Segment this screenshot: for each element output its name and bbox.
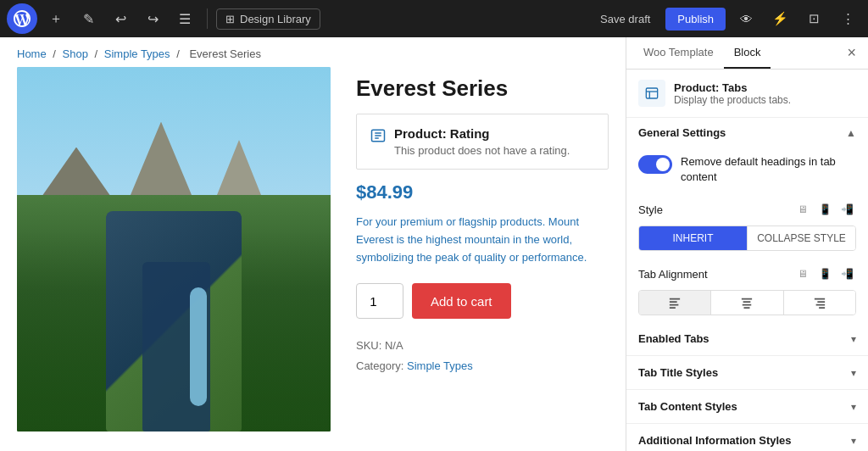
- breadcrumb-sep2: /: [95, 47, 101, 60]
- additional-info-header[interactable]: Additional Information Styles ▾: [626, 424, 868, 451]
- align-mobile-icon[interactable]: 📲: [837, 264, 856, 283]
- sidebar-close-button[interactable]: ×: [842, 41, 861, 65]
- block-info-text: Product: Tabs Display the products tabs.: [674, 81, 791, 106]
- style-mobile-icon[interactable]: 📲: [837, 200, 856, 219]
- redo-button[interactable]: ↪: [139, 5, 166, 32]
- style-inherit-button[interactable]: INHERIT: [639, 226, 748, 250]
- tab-woo-template[interactable]: Woo Template: [633, 37, 724, 69]
- preview-button[interactable]: 👁: [732, 5, 760, 32]
- quantity-input[interactable]: [356, 283, 403, 319]
- add-block-button[interactable]: ＋: [42, 5, 70, 32]
- alignment-row-header: Tab Alignment 🖥 📱 📲: [638, 264, 856, 283]
- sidebar-content: Product: Tabs Display the products tabs.…: [626, 70, 868, 451]
- align-right-icon: [814, 297, 826, 309]
- rating-block-content: Product: Rating This product does not ha…: [394, 126, 570, 157]
- product-area: Everest Series Product: Ra: [0, 67, 626, 448]
- more-options-button[interactable]: ⋮: [834, 5, 861, 32]
- block-info-desc: Display the products tabs.: [674, 94, 791, 106]
- tools-button[interactable]: ✎: [75, 5, 102, 32]
- product-meta: SKU: N/A Category: Simple Types: [356, 336, 609, 376]
- enabled-tabs-section: Enabled Tabs ▾: [626, 322, 868, 356]
- category-label: Category:: [356, 359, 403, 372]
- breadcrumb-home[interactable]: Home: [17, 47, 47, 60]
- svg-rect-15: [815, 298, 825, 300]
- design-library-label: Design Library: [240, 13, 311, 25]
- remove-headings-toggle[interactable]: [638, 155, 672, 174]
- general-settings-collapse-icon[interactable]: ▲: [846, 127, 856, 139]
- settings-button[interactable]: ⊡: [800, 5, 827, 32]
- tab-title-styles-header[interactable]: Tab Title Styles ▾: [626, 356, 868, 389]
- tab-title-styles-chevron: ▾: [851, 367, 856, 379]
- align-tablet-icon[interactable]: 📱: [815, 264, 834, 283]
- style-row: Style 🖥 📱 📲 INHERIT COLLAPSE STYLE: [626, 193, 868, 258]
- save-draft-button[interactable]: Save draft: [592, 8, 659, 31]
- wp-logo-icon: [14, 10, 31, 27]
- sku-value: N/A: [385, 339, 403, 352]
- style-desktop-icon[interactable]: 🖥: [793, 200, 812, 219]
- svg-rect-7: [670, 298, 680, 300]
- tab-content-styles-title: Tab Content Styles: [638, 400, 737, 413]
- sku-row: SKU: N/A: [356, 336, 609, 355]
- block-info-title: Product: Tabs: [674, 81, 791, 94]
- align-center-icon: [741, 297, 753, 309]
- trekking-pole: [190, 287, 207, 406]
- block-info: Product: Tabs Display the products tabs.: [626, 70, 868, 118]
- product-description: For your premium or flagship products. M…: [356, 214, 609, 266]
- category-value[interactable]: Simple Types: [407, 359, 473, 372]
- general-settings-header[interactable]: General Settings ▲: [626, 118, 868, 148]
- breadcrumb-current: Everest Series: [189, 47, 261, 60]
- add-to-cart-button[interactable]: Add to cart: [412, 283, 511, 319]
- breadcrumb-shop[interactable]: Shop: [63, 47, 88, 60]
- style-tablet-icon[interactable]: 📱: [815, 200, 834, 219]
- rating-block-text: This product does not have a rating.: [394, 144, 570, 157]
- main-layout: Home / Shop / Simple Types / Everest Ser…: [0, 37, 868, 451]
- svg-rect-4: [646, 88, 657, 98]
- enabled-tabs-title: Enabled Tabs: [638, 332, 709, 345]
- svg-rect-16: [817, 302, 825, 303]
- details-button[interactable]: ☰: [171, 5, 198, 32]
- product-title: Everest Series: [356, 75, 609, 102]
- tab-block[interactable]: Block: [724, 37, 771, 69]
- style-buttons: INHERIT COLLAPSE STYLE: [638, 226, 856, 251]
- general-settings-title: General Settings: [638, 126, 726, 139]
- add-to-cart-row: Add to cart: [356, 283, 609, 319]
- publish-button[interactable]: Publish: [665, 8, 726, 31]
- enabled-tabs-chevron: ▾: [851, 333, 856, 345]
- svg-rect-9: [670, 304, 679, 306]
- alignment-icons: 🖥 📱 📲: [793, 264, 856, 283]
- toggle-slider: [638, 155, 672, 174]
- align-center-button[interactable]: [711, 291, 783, 315]
- sidebar-tabs: Woo Template Block ×: [626, 37, 868, 70]
- undo-button[interactable]: ↩: [107, 5, 134, 32]
- svg-rect-17: [815, 304, 825, 306]
- additional-info-section: Additional Information Styles ▾: [626, 424, 868, 451]
- rating-block-title: Product: Rating: [394, 126, 570, 141]
- breadcrumb-simple-types[interactable]: Simple Types: [104, 47, 170, 60]
- sku-label: SKU:: [356, 339, 381, 352]
- toggle-label: Remove default headings in tab content: [681, 154, 856, 185]
- product-details: Everest Series Product: Ra: [356, 67, 609, 432]
- additional-info-chevron: ▾: [851, 435, 856, 447]
- tab-title-styles-section: Tab Title Styles ▾: [626, 356, 868, 390]
- align-right-button[interactable]: [784, 291, 855, 315]
- align-desktop-icon[interactable]: 🖥: [793, 264, 812, 283]
- style-collapse-button[interactable]: COLLAPSE STYLE: [748, 226, 855, 250]
- breadcrumb-sep3: /: [176, 47, 182, 60]
- design-library-button[interactable]: ⊞ Design Library: [216, 8, 320, 30]
- product-price: $84.99: [356, 181, 609, 203]
- editor-area: Home / Shop / Simple Types / Everest Ser…: [0, 37, 626, 451]
- tab-content-styles-header[interactable]: Tab Content Styles ▾: [626, 390, 868, 423]
- block-info-icon: [638, 80, 665, 107]
- svg-rect-14: [744, 308, 750, 309]
- toolbar: ＋ ✎ ↩ ↪ ☰ ⊞ Design Library Save draft Pu…: [0, 0, 868, 37]
- alignment-buttons: [638, 290, 856, 315]
- enabled-tabs-header[interactable]: Enabled Tabs ▾: [626, 322, 868, 355]
- plugins-button[interactable]: ⚡: [766, 5, 793, 32]
- tab-content-styles-chevron: ▾: [851, 401, 856, 413]
- tab-title-styles-title: Tab Title Styles: [638, 366, 718, 379]
- alignment-label: Tab Alignment: [638, 268, 708, 281]
- wp-logo[interactable]: [7, 3, 37, 34]
- product-image: [17, 67, 331, 432]
- align-left-button[interactable]: [639, 291, 711, 315]
- category-row: Category: Simple Types: [356, 356, 609, 376]
